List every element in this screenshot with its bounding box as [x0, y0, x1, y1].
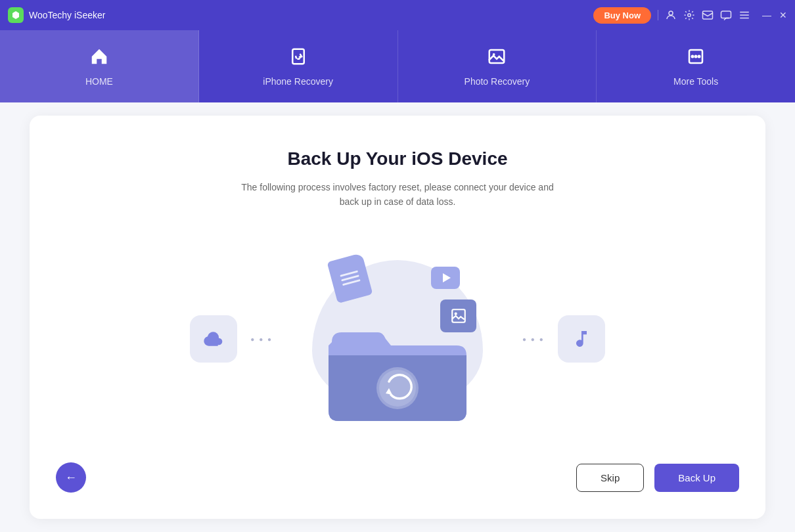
- menu-icon[interactable]: [738, 9, 750, 21]
- left-dots: ● ● ●: [250, 336, 273, 343]
- close-button[interactable]: ✕: [779, 10, 787, 20]
- back-button[interactable]: ←: [56, 462, 86, 493]
- home-icon: [89, 47, 109, 70]
- minimize-button[interactable]: —: [762, 10, 771, 20]
- right-buttons: Skip Back Up: [576, 464, 739, 492]
- music-icon-box: [558, 315, 605, 363]
- backup-button[interactable]: Back Up: [654, 464, 739, 492]
- tab-home[interactable]: HOME: [0, 30, 199, 102]
- settings-icon[interactable]: [683, 9, 695, 21]
- title-bar: WooTechy iSeeker Buy Now — ✕: [0, 0, 795, 30]
- window-controls: — ✕: [762, 10, 787, 20]
- svg-rect-3: [721, 11, 731, 18]
- svg-point-0: [669, 11, 673, 15]
- cloud-icon-box: [190, 315, 237, 363]
- app-name: WooTechy iSeeker: [29, 10, 593, 20]
- tab-photo-recovery-label: Photo Recovery: [465, 76, 530, 87]
- buy-now-button[interactable]: Buy Now: [593, 7, 651, 24]
- nav-tabs: HOME iPhone Recovery Photo Recovery More…: [0, 30, 795, 102]
- chat-icon[interactable]: [720, 9, 732, 21]
- center-illustration: [286, 247, 509, 431]
- title-bar-actions: Buy Now — ✕: [593, 7, 787, 24]
- skip-button[interactable]: Skip: [576, 464, 644, 492]
- more-tools-icon: [686, 47, 706, 70]
- tab-iphone-recovery[interactable]: iPhone Recovery: [199, 30, 398, 102]
- bottom-actions: ← Skip Back Up: [56, 462, 739, 493]
- tab-home-label: HOME: [85, 76, 113, 87]
- page-title: Back Up Your iOS Device: [287, 148, 507, 169]
- user-icon[interactable]: [665, 9, 677, 21]
- floating-video-icon: [431, 267, 460, 289]
- tab-more-tools[interactable]: More Tools: [597, 30, 795, 102]
- svg-point-12: [695, 55, 697, 57]
- image-icon: [487, 47, 507, 70]
- page-subtitle: The following process involves factory r…: [233, 180, 562, 210]
- svg-point-11: [692, 55, 694, 57]
- tab-photo-recovery[interactable]: Photo Recovery: [398, 30, 597, 102]
- tab-more-tools-label: More Tools: [673, 76, 718, 87]
- content-card: Back Up Your iOS Device The following pr…: [30, 116, 765, 519]
- mail-icon[interactable]: [702, 9, 714, 21]
- tab-iphone-recovery-label: iPhone Recovery: [263, 76, 333, 87]
- folder-svg: [325, 306, 470, 424]
- main-content: Back Up Your iOS Device The following pr…: [0, 102, 795, 532]
- illustration-container: ● ● ●: [190, 236, 604, 443]
- refresh-icon: [288, 47, 308, 70]
- svg-rect-2: [703, 11, 713, 19]
- divider: [658, 10, 658, 20]
- app-logo: [8, 7, 24, 23]
- right-dots: ● ● ●: [522, 336, 545, 343]
- svg-point-1: [688, 14, 691, 17]
- svg-point-13: [698, 55, 700, 57]
